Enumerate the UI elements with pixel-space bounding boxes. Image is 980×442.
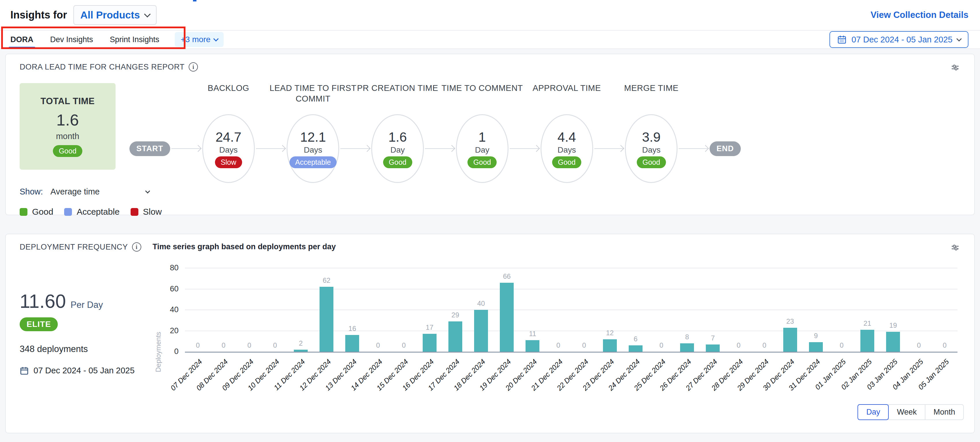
granularity-month[interactable]: Month: [925, 404, 964, 420]
stage-backlog: BACKLOG24.7DaysSlow: [202, 114, 255, 183]
stage-unit: Day: [390, 146, 405, 155]
stage-value: 24.7: [216, 129, 242, 145]
bar-cell: 015 Dec 2024: [391, 269, 417, 352]
bar[interactable]: [345, 335, 359, 352]
stage-unit: Day: [475, 146, 489, 155]
more-tabs-button[interactable]: +3 more: [175, 32, 224, 47]
show-dropdown[interactable]: Show: Average time: [20, 187, 960, 196]
stage-unit: Days: [642, 146, 660, 155]
lead-time-panel: DORA LEAD TIME FOR CHANGES REPORT i TOTA…: [5, 54, 975, 215]
lead-time-flow: STARTBACKLOG24.7DaysSlowLEAD TIME TO FIR…: [129, 80, 741, 183]
flow-arrow: [510, 148, 539, 149]
bar-cell: 727 Dec 2024: [700, 269, 726, 352]
info-icon[interactable]: i: [189, 62, 198, 71]
bar-value-label: 66: [503, 272, 511, 280]
bar-value-label: 7: [711, 334, 715, 342]
bar-value-label: 0: [917, 341, 921, 349]
bar[interactable]: [603, 339, 617, 352]
bar[interactable]: [680, 343, 694, 352]
bar-value-label: 11: [529, 330, 536, 338]
flow-arrow: [425, 148, 455, 149]
total-deployments: 348 deployments: [20, 344, 153, 354]
legend-item-good: Good: [20, 207, 53, 217]
bars-container: 007 Dec 2024008 Dec 2024009 Dec 2024010 …: [185, 269, 958, 352]
bar[interactable]: [525, 340, 539, 352]
bar-value-label: 0: [582, 341, 586, 349]
stage-name: TIME TO COMMENT: [438, 83, 527, 93]
view-collection-details-link[interactable]: View Collection Details: [870, 10, 969, 20]
stage-unit: Days: [558, 146, 576, 155]
chevron-down-icon: [956, 36, 961, 41]
date-range-value: 07 Dec 2024 - 05 Jan 2025: [851, 35, 953, 44]
bar-cell: 004 Jan 2025: [906, 269, 932, 352]
bar-cell: 1716 Dec 2024: [417, 269, 442, 352]
calendar-icon: [20, 366, 29, 375]
tab-list: DORADev InsightsSprint Insights: [10, 30, 159, 49]
bar-value-label: 0: [737, 341, 740, 349]
bar[interactable]: [320, 287, 333, 352]
stage-name: LEAD TIME TO FIRST COMMIT: [268, 83, 358, 104]
bar[interactable]: [706, 344, 720, 352]
tier-badge: ELITE: [20, 317, 58, 331]
deployment-title-group: DEPLOYMENT FREQUENCY i: [20, 242, 153, 252]
stage-value: 4.4: [558, 129, 576, 145]
bar[interactable]: [783, 328, 797, 352]
deployment-rate: 11.60 Per Day: [20, 290, 153, 312]
info-icon[interactable]: i: [132, 242, 141, 252]
bar-cell: 1223 Dec 2024: [597, 269, 623, 352]
date-range-picker[interactable]: 07 Dec 2024 - 05 Jan 2025: [829, 31, 969, 48]
bar[interactable]: [423, 334, 437, 352]
tab-dora[interactable]: DORA: [10, 30, 33, 49]
stage-time-to-comment: TIME TO COMMENT1DayGood: [456, 114, 509, 183]
stage-status-badge: Good: [383, 156, 412, 168]
bar[interactable]: [629, 345, 643, 352]
status-legend: GoodAcceptableSlow: [20, 207, 960, 217]
bar-value-label: 6: [633, 335, 637, 343]
bar-cell: 211 Dec 2024: [288, 269, 314, 352]
bar-value-label: 0: [221, 341, 225, 349]
legend-label: Acceptable: [76, 207, 119, 217]
bar-cell: 2102 Jan 2025: [854, 269, 880, 352]
bar-value-label: 8: [685, 333, 689, 341]
stage-status-badge: Good: [637, 156, 666, 168]
chevron-down-icon: [144, 11, 151, 17]
bar[interactable]: [809, 342, 823, 352]
granularity-toggle: DayWeekMonth: [858, 404, 964, 420]
bar-value-label: 0: [402, 341, 406, 349]
lead-time-panel-title: DORA LEAD TIME FOR CHANGES REPORT: [20, 63, 185, 71]
deployment-summary: 11.60 Per Day ELITE 348 deployments 07 D…: [20, 254, 153, 375]
stage-pr-creation-time: PR CREATION TIME1.6DayGood: [371, 114, 424, 183]
granularity-week[interactable]: Week: [888, 404, 925, 420]
total-time-label: TOTAL TIME: [40, 96, 95, 106]
tab-dev-insights[interactable]: Dev Insights: [50, 30, 93, 49]
bar-value-label: 0: [840, 341, 843, 349]
granularity-day[interactable]: Day: [858, 404, 889, 420]
bar-cell: 624 Dec 2024: [623, 269, 648, 352]
bar-cell: 014 Dec 2024: [365, 269, 391, 352]
deployment-date-range: 07 Dec 2024 - 05 Jan 2025: [20, 366, 153, 375]
product-selector[interactable]: All Products: [73, 5, 157, 25]
lead-time-title-group: DORA LEAD TIME FOR CHANGES REPORT i: [20, 62, 198, 71]
bar[interactable]: [500, 283, 514, 352]
tab-sprint-insights[interactable]: Sprint Insights: [110, 30, 159, 49]
stage-name: PR CREATION TIME: [353, 83, 442, 93]
bar[interactable]: [474, 310, 488, 352]
y-tick-label: 80: [158, 263, 178, 272]
bar[interactable]: [886, 332, 900, 352]
panel-settings-icon[interactable]: [950, 62, 960, 74]
bar[interactable]: [861, 330, 874, 352]
end-pill: END: [710, 141, 741, 156]
bar[interactable]: [449, 322, 462, 352]
bar-cell: 022 Dec 2024: [571, 269, 597, 352]
stage-unit: Days: [219, 146, 238, 155]
bar-value-label: 29: [452, 311, 460, 319]
bar-cell: 007 Dec 2024: [185, 269, 211, 352]
panel-settings-icon[interactable]: [950, 242, 960, 254]
bar-cell: 029 Dec 2024: [751, 269, 777, 352]
total-time-value: 1.6: [56, 111, 79, 129]
bar-cell: 1120 Dec 2024: [520, 269, 546, 352]
bar[interactable]: [294, 350, 308, 352]
bar-value-label: 2: [299, 339, 302, 347]
tab-bar: DORADev InsightsSprint Insights +3 more …: [0, 30, 980, 49]
bar-value-label: 40: [477, 299, 485, 307]
